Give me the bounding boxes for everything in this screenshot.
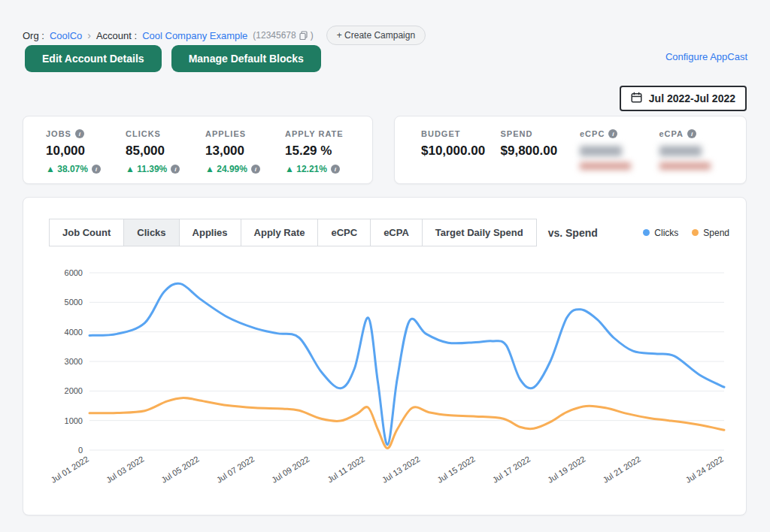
info-icon[interactable]: i [251,165,260,174]
svg-text:Jul 11 2022: Jul 11 2022 [326,455,366,485]
info-icon[interactable]: i [92,165,101,174]
redacted-delta [659,162,711,170]
date-range-value: Jul 2022-Jul 2022 [649,92,735,104]
tab-applies[interactable]: Applies [179,219,241,246]
account-id-text: (12345678 [253,30,296,41]
svg-text:Jul 21 2022: Jul 21 2022 [601,455,642,485]
calendar-icon [631,92,642,105]
stat-ecpa: eCPA i [659,129,739,183]
stat-value: 85,000 [126,144,205,159]
legend-item-clicks[interactable]: Clicks [643,228,678,238]
clicks-dot-icon [643,229,650,236]
vs-spend-label: vs. Spend [548,227,598,239]
redacted-value [580,146,622,156]
line-chart: 0100020003000400050006000Jul 01 2022Jul … [46,262,745,504]
chart-header: Job Count Clicks Applies Apply Rate eCPC… [49,219,729,246]
stat-budget: BUDGET $10,000.00 [421,129,501,183]
stat-apply-rate: APPLY RATE 15.29 % ▲ 12.21% i [285,129,365,183]
svg-text:5000: 5000 [65,298,83,307]
svg-text:Jul 07 2022: Jul 07 2022 [215,455,256,485]
chart-card: Job Count Clicks Applies Apply Rate eCPC… [23,197,747,515]
account-label: Account : [96,30,137,41]
chart-legend: Clicks Spend [643,228,729,238]
breadcrumb: Org : CoolCo › Account : Cool Company Ex… [23,26,426,45]
stat-value: 13,000 [205,144,285,159]
copy-icon[interactable] [299,31,308,40]
chart-metric-tabs: Job Count Clicks Applies Apply Rate eCPC… [49,219,537,246]
delta-value: ▲ 11.39% [126,164,167,174]
actions-row: Edit Account Details Manage Default Bloc… [25,45,321,72]
svg-text:Jul 03 2022: Jul 03 2022 [105,455,146,485]
stat-label: CLICKS [126,129,161,138]
tab-target-daily-spend[interactable]: Target Daily Spend [422,219,537,246]
svg-text:Jul 13 2022: Jul 13 2022 [380,455,422,485]
svg-text:Jul 24 2022: Jul 24 2022 [684,455,725,485]
stat-label: APPLIES [205,129,246,138]
delta-value: ▲ 24.99% [205,164,247,174]
tab-ecpa[interactable]: eCPA [370,219,423,246]
stat-clicks: CLICKS 85,000 ▲ 11.39% i [126,129,205,183]
chevron-right-icon: › [87,30,91,41]
edit-account-details-button[interactable]: Edit Account Details [25,45,162,72]
tab-job-count[interactable]: Job Count [49,219,124,246]
stat-label: APPLY RATE [285,129,344,138]
redacted-delta [580,162,631,170]
account-id-close: ) [311,30,314,41]
configure-appcast-link[interactable]: Configure AppCast [665,51,747,62]
info-icon[interactable]: i [608,129,617,138]
delta-value: ▲ 38.07% [46,164,88,174]
tab-apply-rate[interactable]: Apply Rate [241,219,319,246]
manage-default-blocks-button[interactable]: Manage Default Blocks [171,45,321,72]
stat-value: $9,800.00 [501,144,581,159]
svg-text:2000: 2000 [65,386,83,395]
legend-item-spend[interactable]: Spend [692,228,729,238]
stat-value: $10,000.00 [421,144,501,159]
tab-clicks[interactable]: Clicks [123,219,179,246]
info-icon[interactable]: i [331,165,340,174]
stat-value: 15.29 % [285,144,365,159]
svg-text:Jul 19 2022: Jul 19 2022 [546,455,587,485]
stat-label: eCPC [580,129,605,138]
spend-dot-icon [692,229,699,236]
svg-text:4000: 4000 [65,328,83,337]
svg-text:1000: 1000 [65,416,83,425]
performance-stats-card: JOBS i 10,000 ▲ 38.07% i CLICKS 85,000 ▲… [23,116,373,184]
stat-value: 10,000 [46,144,126,159]
info-icon[interactable]: i [171,165,180,174]
stat-applies: APPLIES 13,000 ▲ 24.99% i [205,129,285,183]
svg-text:Jul 17 2022: Jul 17 2022 [491,455,532,485]
account-link[interactable]: Cool Company Example [142,30,247,41]
svg-text:6000: 6000 [65,268,83,277]
svg-text:Jul 15 2022: Jul 15 2022 [435,455,477,485]
svg-text:Jul 09 2022: Jul 09 2022 [270,455,311,485]
account-id: (12345678 ) [253,30,313,41]
legend-label: Clicks [654,228,678,238]
tab-ecpc[interactable]: eCPC [317,219,371,246]
svg-text:Jul 01 2022: Jul 01 2022 [49,455,90,485]
create-campaign-button[interactable]: + Create Campaign [326,26,426,45]
org-label: Org : [23,30,44,41]
stat-label: SPEND [501,129,533,138]
info-icon[interactable]: i [75,129,84,138]
date-range-picker[interactable]: Jul 2022-Jul 2022 [620,86,747,111]
org-link[interactable]: CoolCo [50,30,82,41]
stat-label: BUDGET [421,129,460,138]
legend-label: Spend [703,228,729,238]
stat-jobs: JOBS i 10,000 ▲ 38.07% i [46,129,126,183]
account-dashboard-page: Org : CoolCo › Account : Cool Company Ex… [0,0,770,532]
svg-text:0: 0 [78,446,83,455]
stat-label: eCPA [659,129,684,138]
redacted-value [659,146,702,156]
stat-ecpc: eCPC i [580,129,659,183]
budget-stats-card: BUDGET $10,000.00 SPEND $9,800.00 eCPC i… [394,116,747,184]
svg-text:3000: 3000 [65,357,83,366]
stat-spend: SPEND $9,800.00 [501,129,581,183]
svg-text:Jul 05 2022: Jul 05 2022 [159,455,201,485]
stat-label: JOBS [46,129,71,138]
delta-value: ▲ 12.21% [285,164,327,174]
info-icon[interactable]: i [687,129,696,138]
